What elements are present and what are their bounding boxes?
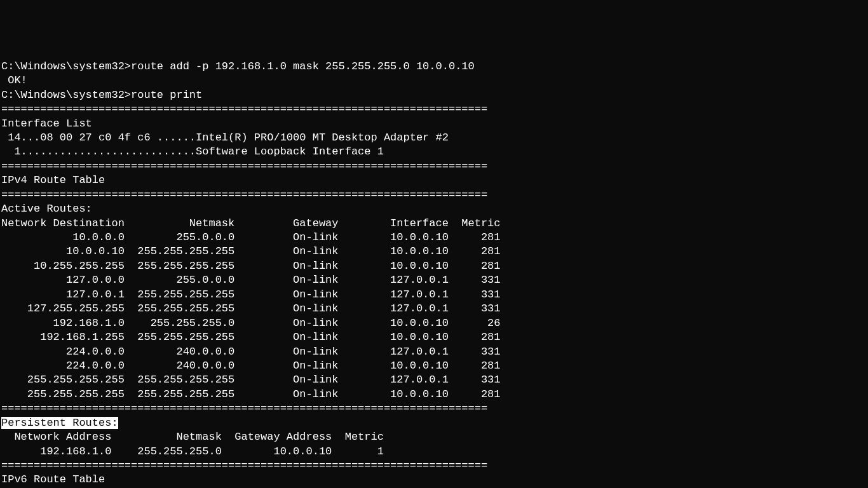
route-entry: 255.255.255.255 255.255.255.255 On-link … <box>1 388 501 400</box>
interface-entry: 1...........................Software Loo… <box>1 146 384 158</box>
table-row: 255.255.255.255 255.255.255.255 On-link … <box>1 388 867 402</box>
command-line: C:\Windows\system32>route print <box>1 88 867 102</box>
route-entry: 10.0.0.0 255.0.0.0 On-link 10.0.0.10 281 <box>1 231 501 243</box>
prompt: C:\Windows\system32> <box>1 89 131 101</box>
heading-line: Interface List <box>1 117 867 131</box>
separator: ========================================… <box>1 402 487 414</box>
route-entry: 192.168.1.0 255.255.255.0 On-link 10.0.0… <box>1 317 501 329</box>
table-row: 10.0.0.10 255.255.255.255 On-link 10.0.0… <box>1 245 867 259</box>
ok-response: OK! <box>1 74 27 86</box>
separator-line: ========================================… <box>1 402 867 416</box>
heading-line: Persistent Routes: <box>1 416 867 430</box>
separator: ========================================… <box>1 459 487 471</box>
terminal-output[interactable]: C:\Windows\system32>route add -p 192.168… <box>1 60 867 488</box>
route-entry: 224.0.0.0 240.0.0.0 On-link 10.0.0.10 28… <box>1 360 501 372</box>
interface-entry: 14...08 00 27 c0 4f c6 ......Intel(R) PR… <box>1 132 449 144</box>
command-line: C:\Windows\system32>route add -p 192.168… <box>1 60 867 74</box>
route-entry: 10.255.255.255 255.255.255.255 On-link 1… <box>1 260 501 272</box>
separator-line: ========================================… <box>1 188 867 202</box>
persistent-routes-header: Network Address Netmask Gateway Address … <box>1 431 384 443</box>
route-entry: 127.255.255.255 255.255.255.255 On-link … <box>1 302 501 315</box>
active-routes-heading: Active Routes: <box>1 203 92 215</box>
route-entry: 224.0.0.0 240.0.0.0 On-link 127.0.0.1 33… <box>1 346 501 358</box>
separator-line: ========================================… <box>1 159 867 173</box>
separator: ========================================… <box>1 189 487 201</box>
table-row: 224.0.0.0 240.0.0.0 On-link 10.0.0.10 28… <box>1 359 867 373</box>
command-route-print: route print <box>131 89 202 101</box>
table-header: Network Destination Netmask Gateway Inte… <box>1 217 867 231</box>
interface-line: 14...08 00 27 c0 4f c6 ......Intel(R) PR… <box>1 131 867 145</box>
table-row: 127.0.0.1 255.255.255.255 On-link 127.0.… <box>1 288 867 302</box>
persistent-routes-heading: Persistent Routes: <box>1 417 118 429</box>
separator-line: ========================================… <box>1 102 867 116</box>
prompt: C:\Windows\system32> <box>1 60 131 72</box>
table-row: 255.255.255.255 255.255.255.255 On-link … <box>1 373 867 387</box>
table-row: 127.255.255.255 255.255.255.255 On-link … <box>1 302 867 316</box>
heading-line: Active Routes: <box>1 202 867 216</box>
command-route-add: route add -p 192.168.1.0 mask 255.255.25… <box>131 60 475 72</box>
heading-line: IPv4 Route Table <box>1 173 867 187</box>
route-entry: 127.0.0.1 255.255.255.255 On-link 127.0.… <box>1 288 501 301</box>
route-entry: 255.255.255.255 255.255.255.255 On-link … <box>1 374 501 386</box>
separator: ========================================… <box>1 103 487 115</box>
route-entry: 192.168.1.255 255.255.255.255 On-link 10… <box>1 331 501 343</box>
table-row: 10.255.255.255 255.255.255.255 On-link 1… <box>1 259 867 273</box>
heading-line: IPv6 Route Table <box>1 473 867 487</box>
separator-line: ========================================… <box>1 459 867 473</box>
active-routes-header: Network Destination Netmask Gateway Inte… <box>1 217 501 229</box>
separator: ========================================… <box>1 160 487 172</box>
table-row: 192.168.1.0 255.255.255.0 10.0.0.10 1 <box>1 445 867 459</box>
table-row: 192.168.1.0 255.255.255.0 On-link 10.0.0… <box>1 316 867 330</box>
table-row: 127.0.0.0 255.0.0.0 On-link 127.0.0.1 33… <box>1 273 867 287</box>
table-row: 224.0.0.0 240.0.0.0 On-link 127.0.0.1 33… <box>1 345 867 359</box>
route-entry: 127.0.0.0 255.0.0.0 On-link 127.0.0.1 33… <box>1 274 501 286</box>
persistent-route-entry: 192.168.1.0 255.255.255.0 10.0.0.10 1 <box>1 445 384 458</box>
route-entry: 10.0.0.10 255.255.255.255 On-link 10.0.0… <box>1 245 501 257</box>
table-header: Network Address Netmask Gateway Address … <box>1 430 867 444</box>
ipv6-route-table-heading: IPv6 Route Table <box>1 473 105 485</box>
interface-list-heading: Interface List <box>1 118 92 130</box>
interface-line: 1...........................Software Loo… <box>1 145 867 159</box>
table-row: 10.0.0.0 255.0.0.0 On-link 10.0.0.10 281 <box>1 231 867 245</box>
ipv4-route-table-heading: IPv4 Route Table <box>1 174 105 186</box>
response-line: OK! <box>1 74 867 88</box>
table-row: 192.168.1.255 255.255.255.255 On-link 10… <box>1 330 867 344</box>
